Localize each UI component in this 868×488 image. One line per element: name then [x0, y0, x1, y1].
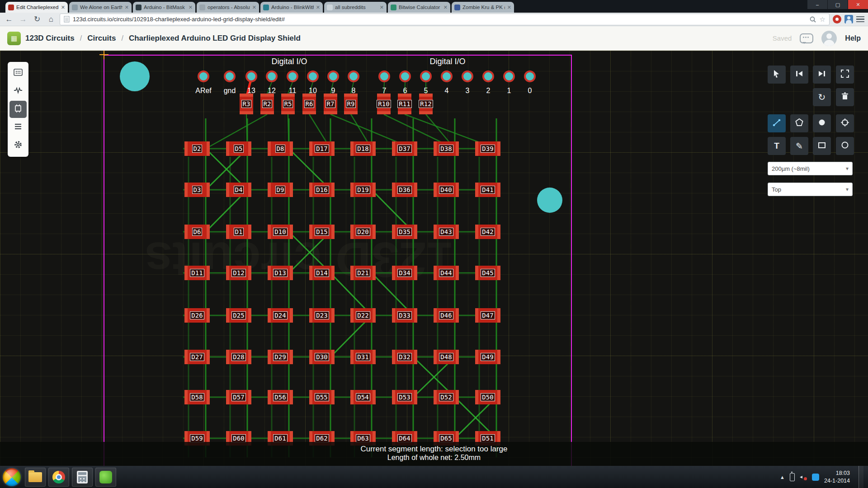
- led-component[interactable]: D27: [184, 350, 210, 364]
- breadcrumb-circuits[interactable]: Circuits: [87, 34, 116, 43]
- led-component[interactable]: D54: [350, 390, 376, 404]
- chrome-icon[interactable]: [48, 468, 69, 487]
- breadcrumb-home[interactable]: 123D Circuits: [25, 34, 75, 43]
- circle-tool[interactable]: [836, 137, 854, 155]
- tab-close-icon[interactable]: ✕: [380, 5, 384, 10]
- header-pin-pad[interactable]: [441, 70, 453, 82]
- led-component[interactable]: D3: [184, 183, 210, 197]
- network-icon[interactable]: [812, 474, 819, 481]
- header-pin-pad[interactable]: [327, 70, 339, 82]
- led-component[interactable]: D32: [392, 350, 417, 364]
- led-component[interactable]: D11: [184, 266, 210, 280]
- header-pin-pad[interactable]: [462, 70, 473, 82]
- comments-icon[interactable]: [800, 33, 813, 43]
- resistor-component[interactable]: R7: [324, 94, 337, 114]
- tab-close-icon[interactable]: ✕: [316, 5, 320, 10]
- led-component[interactable]: D33: [392, 308, 417, 323]
- circuits-logo-icon[interactable]: ▦: [7, 32, 21, 45]
- led-component[interactable]: D50: [475, 390, 500, 404]
- tab-close-icon[interactable]: ✕: [189, 5, 193, 10]
- header-pin-pad[interactable]: [224, 70, 236, 82]
- led-component[interactable]: D37: [392, 141, 417, 156]
- led-component[interactable]: D12: [226, 266, 251, 280]
- led-component[interactable]: D31: [350, 350, 376, 364]
- led-component[interactable]: D43: [434, 225, 459, 239]
- header-pin-pad[interactable]: [348, 70, 359, 82]
- search-icon[interactable]: [809, 16, 816, 23]
- resistor-component[interactable]: R6: [302, 94, 316, 114]
- header-pin-pad[interactable]: [420, 70, 432, 82]
- resistor-component[interactable]: R10: [377, 94, 391, 114]
- led-component[interactable]: D39: [475, 141, 500, 156]
- browser-tab[interactable]: We Alone on Earth: [ ✕: [69, 2, 132, 13]
- header-pin-pad[interactable]: [524, 70, 536, 82]
- header-pin-pad[interactable]: [287, 70, 298, 82]
- led-component[interactable]: D34: [392, 266, 417, 280]
- browser-tab[interactable]: Arduino - BlinkWitho ✕: [260, 2, 323, 13]
- led-component[interactable]: D48: [434, 350, 459, 364]
- board-outline[interactable]: [104, 55, 572, 466]
- led-component[interactable]: D40: [434, 183, 459, 197]
- led-component[interactable]: D9: [268, 183, 293, 197]
- led-component[interactable]: D49: [475, 350, 500, 364]
- led-component[interactable]: D19: [350, 183, 376, 197]
- led-component[interactable]: D36: [392, 183, 417, 197]
- browser-tab[interactable]: Zombie Kru & PK @ ✕: [452, 2, 514, 13]
- text-tool[interactable]: T: [768, 137, 786, 155]
- led-component[interactable]: D1: [226, 225, 251, 239]
- start-button[interactable]: [3, 468, 21, 486]
- tab-close-icon[interactable]: ✕: [507, 5, 511, 10]
- palette-components-list[interactable]: [9, 119, 27, 136]
- palette-schematic-view[interactable]: [9, 83, 27, 100]
- battery-icon[interactable]: [790, 473, 795, 481]
- header-pin-pad[interactable]: [245, 70, 257, 82]
- file-explorer-icon[interactable]: [25, 468, 46, 487]
- led-component[interactable]: D22: [350, 308, 376, 323]
- palette-breadboard-view[interactable]: [9, 65, 27, 82]
- help-link[interactable]: Help: [845, 34, 861, 42]
- led-component[interactable]: D42: [475, 225, 500, 239]
- resistor-component[interactable]: R2: [260, 94, 274, 114]
- address-bar[interactable]: 123d.circuits.io/circuits/102918-charlie…: [60, 14, 830, 25]
- led-component[interactable]: D26: [184, 308, 210, 323]
- header-pin-pad[interactable]: [399, 70, 411, 82]
- profile-icon[interactable]: [844, 15, 853, 23]
- led-component[interactable]: D44: [434, 266, 459, 280]
- palette-settings[interactable]: [9, 137, 27, 154]
- led-component[interactable]: D47: [475, 308, 500, 323]
- led-component[interactable]: D35: [392, 225, 417, 239]
- led-component[interactable]: D14: [309, 266, 335, 280]
- extension-red-icon[interactable]: [833, 15, 841, 23]
- trace-width-select[interactable]: 200µm (~8mil) ▾: [768, 162, 853, 175]
- header-pin-pad[interactable]: [198, 70, 209, 82]
- led-component[interactable]: D38: [434, 141, 459, 156]
- next-tool[interactable]: [813, 66, 831, 84]
- polygon-tool[interactable]: [790, 114, 808, 132]
- mounting-hole-pad[interactable]: [537, 188, 562, 213]
- led-component[interactable]: D52: [434, 390, 459, 404]
- led-component[interactable]: D55: [309, 390, 335, 404]
- rectangle-tool[interactable]: [813, 137, 831, 155]
- resistor-component[interactable]: R12: [419, 94, 433, 114]
- previous-tool[interactable]: [790, 66, 808, 84]
- browser-tab[interactable]: all subreddits ✕: [324, 2, 387, 13]
- back-button[interactable]: ←: [4, 14, 14, 25]
- rotate-tool[interactable]: ↻: [813, 88, 831, 106]
- fit-view-tool[interactable]: [836, 66, 854, 84]
- led-component[interactable]: D20: [350, 225, 376, 239]
- pointer-tool[interactable]: [768, 66, 786, 84]
- tab-close-icon[interactable]: ✕: [252, 5, 256, 10]
- resistor-component[interactable]: R3: [240, 94, 253, 114]
- led-component[interactable]: D13: [268, 266, 293, 280]
- browser-tab[interactable]: Arduino - BitMask ✕: [133, 2, 195, 13]
- maximize-button[interactable]: ▢: [828, 0, 848, 9]
- pencil-tool[interactable]: ✎: [790, 137, 808, 155]
- taskbar-clock[interactable]: 18:03 24-1-2014: [824, 469, 850, 484]
- led-component[interactable]: D2: [184, 141, 210, 156]
- tab-close-icon[interactable]: ✕: [443, 5, 448, 10]
- via-tool[interactable]: [836, 114, 854, 132]
- led-component[interactable]: D46: [434, 308, 459, 323]
- led-component[interactable]: D24: [268, 308, 293, 323]
- pcb-editor-canvas[interactable]: 123D circuits ARefgnd131211109876543210R…: [0, 51, 868, 466]
- led-component[interactable]: D18: [350, 141, 376, 156]
